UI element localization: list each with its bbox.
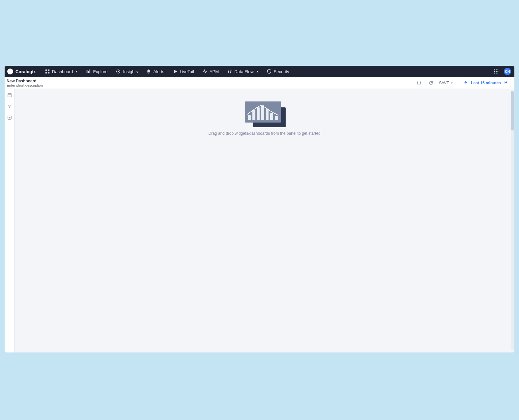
empty-chart-illustration-icon: [244, 101, 286, 127]
grid-icon: [45, 69, 50, 74]
brand-logo-icon: [7, 69, 13, 74]
save-button[interactable]: SAVE ▾: [439, 81, 453, 85]
json-variables-button[interactable]: [415, 79, 422, 87]
brand[interactable]: Coralogix: [7, 69, 36, 74]
chevron-down-icon: ▾: [76, 70, 77, 73]
svg-rect-4: [87, 70, 88, 73]
svg-point-14: [498, 71, 499, 72]
widget-side-rail: [5, 89, 14, 352]
svg-point-15: [494, 73, 495, 74]
nav-label: Security: [274, 69, 289, 74]
refresh-button[interactable]: [427, 79, 434, 87]
title-block: [7, 79, 58, 87]
filter-icon: [7, 104, 12, 109]
dashboard-description-input[interactable]: [7, 83, 58, 87]
plus-square-icon: [7, 115, 12, 120]
insights-icon: [116, 69, 121, 74]
time-range-label: Last 15 minutes: [471, 81, 501, 85]
play-icon: [173, 69, 178, 74]
dashboard-body: Drag and drop widgets/dashboards from th…: [5, 89, 514, 352]
nav-item-dashboard[interactable]: Dashboard ▾: [45, 69, 78, 74]
nav-item-dataflow[interactable]: Data Flow ▾: [227, 69, 258, 74]
svg-point-17: [498, 73, 499, 74]
empty-state: Drag and drop widgets/dashboards from th…: [208, 101, 320, 136]
svg-point-10: [496, 70, 497, 70]
dashboard-canvas[interactable]: Drag and drop widgets/dashboards from th…: [14, 89, 514, 352]
nav-item-security[interactable]: Security: [267, 69, 289, 74]
pulse-icon: [203, 69, 207, 74]
nav-label: Explore: [93, 69, 107, 74]
shield-icon: [267, 69, 272, 74]
nav-label: Dashboard: [52, 69, 73, 74]
nav-item-alerts[interactable]: Alerts: [146, 69, 164, 74]
dashboard-title-input[interactable]: [7, 79, 58, 83]
nav-item-explore[interactable]: Explore: [86, 69, 107, 74]
apps-switcher[interactable]: [492, 67, 501, 76]
svg-point-12: [494, 71, 495, 72]
time-range-picker[interactable]: Last 15 minutes: [461, 79, 511, 87]
svg-rect-18: [8, 94, 11, 97]
rail-filter-button[interactable]: [6, 103, 13, 110]
bell-icon: [146, 69, 151, 74]
svg-rect-0: [45, 70, 47, 71]
apps-grid-icon: [494, 69, 499, 74]
subheader-actions: SAVE ▾ Last 15 minutes: [415, 79, 511, 87]
svg-point-9: [494, 70, 495, 70]
nav-label: Alerts: [153, 69, 164, 74]
scrollbar-thumb[interactable]: [511, 91, 514, 130]
seek-forward-icon: [504, 80, 508, 85]
nav-item-livetail[interactable]: LiveTail: [173, 69, 194, 74]
svg-rect-2: [45, 72, 47, 73]
user-avatar[interactable]: CH: [504, 68, 511, 75]
svg-point-8: [118, 71, 119, 72]
nav-item-apm[interactable]: APM: [203, 69, 219, 74]
chevron-down-icon: ▾: [257, 70, 258, 73]
svg-rect-6: [90, 70, 91, 73]
svg-rect-5: [88, 71, 89, 73]
svg-point-13: [496, 71, 497, 72]
dashboard-subheader: SAVE ▾ Last 15 minutes: [5, 77, 514, 89]
top-nav: Coralogix Dashboard ▾ Explore Insights A…: [5, 66, 514, 77]
svg-point-11: [498, 70, 499, 70]
brand-name: Coralogix: [15, 69, 36, 74]
nav-items: Dashboard ▾ Explore Insights Alerts Live…: [45, 69, 289, 74]
svg-rect-3: [48, 72, 49, 73]
rail-widgets-button[interactable]: [6, 92, 13, 99]
explore-icon: [86, 69, 91, 74]
seek-back-icon: [464, 80, 468, 85]
save-label: SAVE: [439, 81, 449, 85]
svg-rect-1: [48, 70, 49, 71]
braces-icon: [417, 80, 421, 85]
rail-add-button[interactable]: [6, 114, 13, 121]
empty-state-text: Drag and drop widgets/dashboards from th…: [208, 131, 320, 136]
app-frame: Coralogix Dashboard ▾ Explore Insights A…: [5, 66, 514, 352]
nav-label: LiveTail: [180, 69, 194, 74]
nav-label: APM: [210, 69, 219, 74]
chevron-down-icon: ▾: [451, 81, 453, 85]
dataflow-icon: [227, 69, 232, 74]
nav-item-insights[interactable]: Insights: [116, 69, 138, 74]
nav-label: Insights: [123, 69, 138, 74]
refresh-icon: [428, 80, 433, 85]
nav-label: Data Flow: [234, 69, 254, 74]
widget-panel-icon: [7, 93, 12, 98]
svg-point-16: [496, 73, 497, 74]
